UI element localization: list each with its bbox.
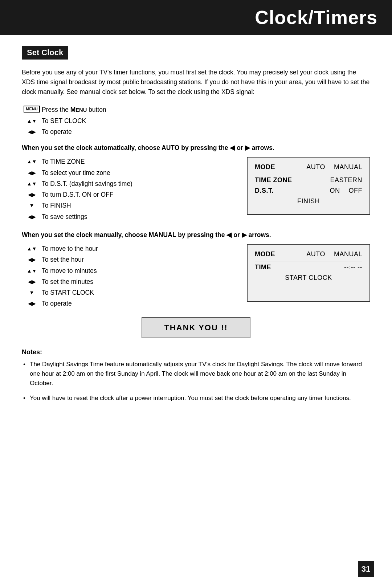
page-header: Clock/Timers: [0, 0, 392, 35]
manual-mode-values: AUTO MANUAL: [306, 250, 362, 258]
auto-section: To TIME ZONE To select your time zone To…: [22, 157, 370, 223]
manual-screen-box: MODE AUTO MANUAL TIME --:-- -- START CLO…: [247, 244, 370, 302]
manual-section: To move to the hour To set the hour To m…: [22, 244, 370, 310]
section-heading: Set Clock: [22, 46, 68, 60]
auto-step-1-text: To TIME ZONE: [42, 157, 236, 166]
auto-step-4-text: To turn D.S.T. ON or OFF: [42, 190, 236, 199]
step-lr-1: To operate: [22, 127, 370, 136]
step-updown-1: To SET CLOCK: [22, 116, 370, 126]
auto-dst-on: ON: [330, 187, 340, 195]
manual-step-6: To operate: [22, 299, 236, 308]
thankyou-container: THANK YOU !!: [22, 317, 370, 338]
auto-step-1: To TIME ZONE: [22, 157, 236, 166]
lr-icon-auto2: [22, 168, 42, 176]
manual-time-label: TIME: [255, 264, 287, 271]
notes-section: Notes: The Daylight Savings Time feature…: [22, 348, 370, 403]
updown-icon-auto1: [22, 157, 42, 165]
auto-mode-manual: MANUAL: [334, 163, 362, 171]
auto-step-3: To D.S.T. (daylight savings time): [22, 179, 236, 188]
manual-screen-mode-row: MODE AUTO MANUAL: [255, 250, 362, 258]
auto-step-2-text: To select your time zone: [42, 168, 236, 177]
step-menu-text: Press the MENU button: [42, 105, 370, 114]
manual-step-3-text: To move to minutes: [42, 266, 236, 275]
manual-screen-startclock-row: START CLOCK: [255, 274, 362, 282]
manual-step-1-text: To move to the hour: [42, 244, 236, 253]
auto-step-4: To turn D.S.T. ON or OFF: [22, 190, 236, 199]
updown-icon-man3: [22, 266, 42, 274]
auto-step-5: To FINISH: [22, 201, 236, 210]
manual-startclock-label: START CLOCK: [285, 274, 332, 282]
manual-mode-label: MODE: [255, 250, 287, 258]
auto-screen-timezone-row: TIME ZONE EASTERN: [255, 176, 362, 184]
auto-steps-col: To TIME ZONE To select your time zone To…: [22, 157, 236, 223]
auto-step-3-text: To D.S.T. (daylight savings time): [42, 179, 236, 188]
step-menu: MENU Press the MENU button: [22, 105, 370, 114]
auto-finish-label: FINISH: [297, 197, 320, 205]
notes-list: The Daylight Savings Time feature automa…: [22, 360, 370, 403]
main-content: Set Clock Before you use any of your TV'…: [0, 35, 392, 422]
down-icon-auto5: [22, 201, 42, 209]
auto-step-5-text: To FINISH: [42, 201, 236, 210]
manual-heading: When you set the clock manually, choose …: [22, 230, 370, 240]
auto-dst-label: D.S.T.: [255, 187, 287, 195]
manual-step-1: To move to the hour: [22, 244, 236, 253]
manual-mode-auto: AUTO: [306, 250, 325, 258]
menu-icon: MENU: [22, 105, 42, 113]
manual-step-2: To set the hour: [22, 255, 236, 264]
auto-screen: MODE AUTO MANUAL TIME ZONE EASTERN D.S.T…: [247, 157, 370, 215]
manual-steps-col: To move to the hour To set the hour To m…: [22, 244, 236, 310]
lr-icon-man2: [22, 255, 42, 263]
page-number: 31: [358, 561, 374, 577]
auto-screen-finish-row: FINISH: [255, 197, 362, 205]
auto-step-2: To select your time zone: [22, 168, 236, 177]
manual-step-5: To START CLOCK: [22, 288, 236, 297]
auto-step-6: To save settings: [22, 212, 236, 221]
manual-time-val: --:-- --: [344, 264, 362, 271]
manual-step-3: To move to minutes: [22, 266, 236, 275]
manual-step-6-text: To operate: [42, 299, 236, 308]
auto-dst-values: ON OFF: [330, 187, 363, 195]
updown-icon-auto3: [22, 179, 42, 187]
step-updown-1-text: To SET CLOCK: [42, 116, 370, 126]
leftright-arrow-icon: [22, 127, 42, 135]
manual-step-4: To set the minutes: [22, 277, 236, 286]
manual-step-5-text: To START CLOCK: [42, 288, 236, 297]
manual-step-4-text: To set the minutes: [42, 277, 236, 286]
auto-timezone-label: TIME ZONE: [255, 176, 292, 184]
manual-screen: MODE AUTO MANUAL TIME --:-- -- START CLO…: [247, 244, 370, 302]
down-icon-man5: [22, 288, 42, 296]
notes-heading: Notes:: [22, 348, 370, 356]
auto-mode-auto: AUTO: [306, 163, 325, 171]
note-item-1: The Daylight Savings Time feature automa…: [22, 360, 370, 388]
auto-dst-off: OFF: [349, 187, 363, 195]
lr-icon-man6: [22, 299, 42, 307]
lr-icon-auto4: [22, 190, 42, 198]
auto-heading: When you set the clock automatically, ch…: [22, 143, 370, 152]
auto-mode-label: MODE: [255, 163, 287, 171]
manual-step-2-text: To set the hour: [42, 255, 236, 264]
auto-screen-dst-row: D.S.T. ON OFF: [255, 187, 362, 195]
thankyou-box: THANK YOU !!: [142, 317, 250, 338]
auto-mode-values: AUTO MANUAL: [306, 163, 362, 171]
lr-icon-man4: [22, 277, 42, 285]
auto-screen-box: MODE AUTO MANUAL TIME ZONE EASTERN D.S.T…: [247, 157, 370, 215]
auto-step-6-text: To save settings: [42, 212, 236, 221]
auto-screen-mode-row: MODE AUTO MANUAL: [255, 163, 362, 171]
page-title: Clock/Timers: [255, 7, 377, 28]
updown-arrow-icon: [22, 116, 42, 124]
lr-icon-auto6: [22, 212, 42, 220]
intro-paragraph: Before you use any of your TV's timer fu…: [22, 68, 370, 97]
updown-icon-man1: [22, 244, 42, 252]
basic-steps: MENU Press the MENU button To SET CLOCK …: [22, 105, 370, 136]
manual-mode-manual: MANUAL: [334, 250, 362, 258]
note-item-2: You will have to reset the clock after a…: [22, 393, 370, 403]
step-lr-1-text: To operate: [42, 127, 370, 136]
manual-screen-time-row: TIME --:-- --: [255, 264, 362, 271]
auto-timezone-val: EASTERN: [330, 176, 362, 184]
